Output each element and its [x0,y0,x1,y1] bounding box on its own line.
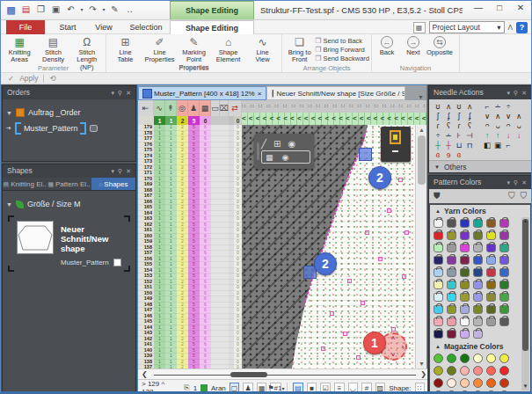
grid-view-button[interactable]: ▦ [257,383,267,394]
shape-selection[interactable]: Neuer Schnitt/New shape Muster_Pattern [8,215,130,272]
yarn-color-swatch[interactable] [473,305,483,314]
scroll-left-icon[interactable]: ❮ [138,370,148,378]
redo-caret-icon[interactable]: ▾ [101,3,106,17]
ribbon-button-knitting-areas[interactable]: ▦KnittingAreas [3,35,36,64]
needle-action-symbol[interactable]: ∸ [492,102,503,112]
ribbon-button-send-to-back[interactable]: ❐Send to Back [315,37,369,45]
undo-caret-icon[interactable]: ▾ [79,3,84,17]
new-yarn-icon[interactable]: ⛊ [434,191,441,201]
needle-action-symbol[interactable]: ᴗ [492,121,503,131]
yarn-color-swatch[interactable] [460,281,470,289]
needle-action-symbol[interactable]: ɘ [443,150,454,160]
open-icon[interactable]: ❐ [34,3,47,17]
yarn-color-swatch[interactable] [447,219,456,228]
needle-action-symbol[interactable] [464,150,475,160]
yarn-color-swatch[interactable] [473,281,483,289]
needle-action-symbol[interactable]: ʃ [433,112,443,121]
doc-tab-new-shape[interactable]: Neuer Schnitt/New shape [Size Größe / Si… [266,86,405,100]
yarn-color-swatch[interactable] [447,244,456,252]
yarn-color-swatch[interactable] [473,256,483,265]
panel-menu-icon[interactable]: ▾ [111,164,114,178]
magazine-color-swatch[interactable] [473,390,483,392]
flag-selector-button[interactable]: ⚑#1▾ [270,383,281,394]
yarn-color-swatch[interactable] [499,256,509,265]
needle-action-symbol[interactable] [492,150,503,160]
needle-action-symbol[interactable]: ⌐ [503,141,514,150]
needle-action-symbol[interactable]: ┼ [443,141,454,150]
tab-start[interactable]: Start [52,20,84,34]
needle-action-symbol[interactable]: ɞ [454,150,464,160]
magazine-color-swatch[interactable] [473,366,483,376]
magazine-color-swatch[interactable] [434,366,443,376]
column-icon-8[interactable]: ⇄ [229,100,242,116]
step-badge-1[interactable]: 1 [363,332,386,354]
needle-action-symbol[interactable]: ⊓ [464,141,475,150]
yarn-edit-icon[interactable]: ⛉ [508,191,515,201]
marking-point[interactable] [391,327,396,332]
yarn-color-swatch[interactable] [434,256,443,265]
yarn-color-swatch[interactable] [434,293,443,302]
magazine-color-swatch[interactable] [434,390,443,392]
close-icon[interactable]: ✕ [126,164,131,178]
ribbon-button-bring-to-front[interactable]: ❏Bring toFront [284,35,315,64]
yarn-color-swatch[interactable] [486,281,496,289]
yarn-color-swatch[interactable] [473,219,483,228]
close-button[interactable]: ✕ [514,3,528,12]
yarn-color-swatch[interactable] [486,219,496,228]
revert-icon[interactable]: ⟲ [49,74,55,83]
yarn-color-swatch[interactable] [434,219,443,228]
loop-button[interactable]: ◡ [348,383,359,394]
drag-handle[interactable] [257,142,259,160]
selection-handle[interactable] [359,148,372,161]
yarn-color-swatch[interactable] [486,305,496,314]
apply-button[interactable]: Apply [19,74,38,83]
zigzag-button[interactable]: ▨ [375,383,386,394]
column-icon-2[interactable]: ↟ [165,100,177,116]
ribbon-button-opposite[interactable]: ⇆Opposite [426,35,453,64]
marking-point[interactable] [404,230,409,235]
pen-icon[interactable]: ✎ [108,3,121,17]
tree-collapse-icon[interactable]: ▼ [6,201,12,208]
pin-icon[interactable]: ⚲ [118,86,122,99]
column-icon-1[interactable]: ∿ [154,100,165,116]
needle-action-symbol[interactable]: ┼ [433,141,443,150]
magazine-color-swatch[interactable] [486,354,496,363]
needle-action-symbol[interactable]: ⊔ [454,141,464,150]
others-section[interactable]: ▼ Others [429,160,531,172]
yarn-color-swatch[interactable] [486,317,496,326]
needle-action-symbol[interactable]: ʄ [464,112,475,121]
yarn-color-swatch[interactable] [499,268,509,277]
gauge-button[interactable]: # [361,383,372,394]
visibility-icon[interactable]: ◉ [282,153,289,162]
grid-tool-icon[interactable]: ⊞ [273,139,281,149]
scroll-thumb[interactable] [522,219,528,351]
needle-action-symbol[interactable]: ʕ [464,121,475,131]
yarn-color-swatch[interactable] [499,281,509,289]
magazine-color-swatch[interactable] [499,354,509,363]
column-icon-7[interactable]: ⌧ [220,100,229,116]
blank-layer-button[interactable]: ■ [307,383,317,394]
marking-point[interactable] [343,332,347,336]
yarn-color-swatch[interactable] [499,244,509,252]
needle-action-symbol[interactable]: ɾ [454,121,464,131]
needle-action-symbol[interactable]: ◧ [482,141,492,150]
ribbon-button-marking-point-properties[interactable]: ✎Marking PointProperties [177,35,211,64]
shape-mode-icon[interactable]: ∷ [415,383,426,394]
ribbon-button-line-table[interactable]: ⊞LineTable [108,35,142,64]
needle-action-symbol[interactable] [503,150,514,160]
yarn-color-swatch[interactable] [499,231,509,240]
magazine-color-swatch[interactable] [447,354,456,363]
figure-button[interactable]: ♟ [243,383,253,394]
yarn-color-swatch[interactable] [473,231,483,240]
vertical-scrollbar[interactable]: ▲ ▼ [415,125,426,368]
step-badge-2[interactable]: 2 [368,166,391,189]
needle-action-symbol[interactable]: ᴗ [514,121,524,131]
needle-action-symbol[interactable]: ᴖ [503,121,514,131]
project-layout-dropdown[interactable]: Project Layout ▾ [429,21,505,33]
scroll-right-icon[interactable]: ❯ [420,370,426,378]
shape-thumbnail[interactable] [17,221,54,254]
ribbon-button-stitch-length--np-[interactable]: ΩStitchLength (NP) [70,35,104,64]
new-document-icon[interactable]: ▤ [19,3,33,17]
needle-action-symbol[interactable]: ÷ [433,131,443,141]
magazine-color-swatch[interactable] [473,378,483,388]
